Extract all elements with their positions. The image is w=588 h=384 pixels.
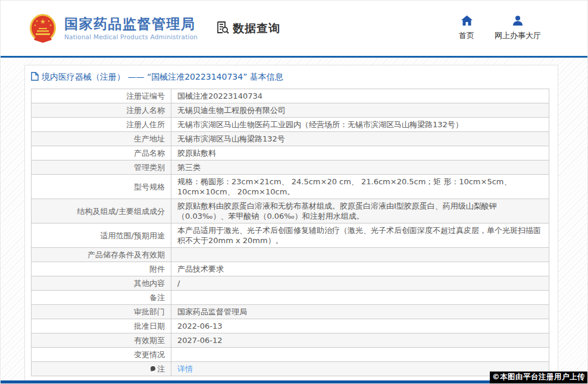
table-row: 生产地址 无锡市滨湖区马山梅梁路132号 <box>32 132 549 146</box>
row-label: 型号规格 <box>32 175 171 199</box>
svg-text:★: ★ <box>36 19 39 23</box>
row-label: 变更情况 <box>32 348 171 362</box>
home-icon <box>461 15 473 28</box>
table-row: 批准日期 2022-06-13 <box>32 319 549 333</box>
breadcrumb-text: 境内医疗器械（注册） —— “国械注准20223140734” 基本信息 <box>42 72 283 83</box>
top-nav: 首页 网上办事大厅 <box>459 15 541 41</box>
note-label: 注 <box>157 364 165 373</box>
nav-service-hall-label: 网上办事大厅 <box>495 30 541 41</box>
svg-text:★: ★ <box>40 18 46 26</box>
document-icon <box>31 72 39 83</box>
info-table: 注册证编号 国械注准20223140734 注册人名称 无锡贝迪生物工程股份有限… <box>31 89 549 376</box>
nmpa-logo[interactable]: ★ ★ ★ ★ ★ 国家药品监督管理局 National Medical Pro… <box>29 14 198 43</box>
table-row: 注册人名称 无锡贝迪生物工程股份有限公司 <box>32 103 549 118</box>
row-label: 备注 <box>32 291 171 305</box>
nav-service-hall[interactable]: 网上办事大厅 <box>495 15 541 41</box>
table-row: 型号规格 规格：椭圆形：23cm×21cm、 24.5cm×20 cm、 21.… <box>32 175 549 199</box>
nav-home[interactable]: 首页 <box>459 15 474 41</box>
data-query-label: 数据查询 <box>233 21 280 36</box>
row-label: 注 <box>32 362 171 376</box>
row-label: 注册人名称 <box>32 103 171 118</box>
row-value: 国家药品监督管理局 <box>171 305 549 319</box>
page: ★ ★ ★ ★ ★ 国家药品监督管理局 National Medical Pro… <box>0 0 588 384</box>
row-label: 产品储存条件及有效期 <box>32 248 171 262</box>
row-label: 有效期至 <box>32 333 171 348</box>
table-row: 适用范围/预期用途 本产品适用于激光、光子术后创面修复辅助治疗（激光、光子术后创… <box>32 224 549 248</box>
row-label: 生产地址 <box>32 132 171 146</box>
row-value: 国械注准20223140734 <box>171 89 549 103</box>
doc-search-icon <box>215 20 233 37</box>
row-value: 2022-06-13 <box>171 319 549 333</box>
row-label: 结构及组成/主要组成成分 <box>32 199 171 224</box>
row-label: 注册人住所 <box>32 118 171 132</box>
row-value <box>171 291 549 305</box>
row-value: 本产品适用于激光、光子术后创面修复辅助治疗（激光、光子术后创面深度不超过真皮层，… <box>171 224 549 248</box>
row-label: 其他内容 <box>32 276 171 291</box>
table-row: 有效期至 2027-06-12 <box>32 333 549 348</box>
detail-link[interactable]: 详情 <box>177 364 193 373</box>
svg-text:★: ★ <box>48 19 51 23</box>
national-emblem-icon: ★ ★ ★ ★ ★ <box>29 14 57 43</box>
table-row: 产品名称 胶原贴敷料 <box>32 146 549 160</box>
row-value: 产品技术要求 <box>171 262 549 276</box>
row-value: 第三类 <box>171 160 549 175</box>
main-area: 境内医疗器械（注册） —— “国械注准20223140734” 基本信息 注册证… <box>1 58 587 382</box>
nav-home-label: 首页 <box>459 30 474 41</box>
row-value: 2027-06-12 <box>171 333 549 348</box>
row-value: 无锡贝迪生物工程股份有限公司 <box>171 103 549 118</box>
org-name-en: National Medical Products Administration <box>64 33 198 40</box>
table-row: 产品储存条件及有效期 <box>32 248 549 262</box>
row-value <box>171 348 549 362</box>
row-value: / <box>171 276 549 291</box>
row-value: 无锡市滨湖区马山梅梁路132号 <box>171 132 549 146</box>
row-value: 胶原贴敷料由胶原蛋白溶液和无纺布基材组成。胶原蛋白溶液由I型胶原蛋白、药用级山梨… <box>171 199 549 224</box>
row-label: 注册证编号 <box>32 89 171 103</box>
svg-text:★: ★ <box>49 23 52 27</box>
row-label: 管理类别 <box>32 160 171 175</box>
breadcrumb: 境内医疗器械（注册） —— “国械注准20223140734” 基本信息 <box>31 65 549 89</box>
pin-icon <box>150 366 155 371</box>
row-value: 胶原贴敷料 <box>171 146 549 160</box>
svg-text:★: ★ <box>34 23 37 27</box>
row-value <box>171 248 549 262</box>
row-value: 规格：椭圆形：23cm×21cm、 24.5cm×20 cm、 21.6cm×2… <box>171 175 549 199</box>
table-row: 备注 <box>32 291 549 305</box>
table-row: 变更情况 <box>32 348 549 362</box>
site-header: ★ ★ ★ ★ ★ 国家药品监督管理局 National Medical Pro… <box>1 1 587 56</box>
table-row: 附件 产品技术要求 <box>32 262 549 276</box>
watermark: ©本图由平台注册用户上传 <box>490 372 587 383</box>
row-label: 审批部门 <box>32 305 171 319</box>
row-label: 附件 <box>32 262 171 276</box>
row-label: 产品名称 <box>32 146 171 160</box>
table-row: 结构及组成/主要组成成分 胶原贴敷料由胶原蛋白溶液和无纺布基材组成。胶原蛋白溶液… <box>32 199 549 224</box>
table-row: 管理类别 第三类 <box>32 160 549 175</box>
table-row: 注 详情 <box>32 362 549 376</box>
table-row: 审批部门 国家药品监督管理局 <box>32 305 549 319</box>
row-label: 适用范围/预期用途 <box>32 224 171 248</box>
detail-panel: 境内医疗器械（注册） —— “国械注准20223140734” 基本信息 注册证… <box>24 65 558 383</box>
table-row: 注册证编号 国械注准20223140734 <box>32 89 549 103</box>
org-name-cn: 国家药品监督管理局 <box>64 16 198 32</box>
row-value: 无锡市滨湖区马山生物医药工业园内（经营场所：无锡市滨湖区马山梅梁路132号） <box>171 118 549 132</box>
data-query-nav[interactable]: 数据查询 <box>215 20 280 37</box>
table-row: 注册人住所 无锡市滨湖区马山生物医药工业园内（经营场所：无锡市滨湖区马山梅梁路1… <box>32 118 549 132</box>
table-row: 其他内容 / <box>32 276 549 291</box>
user-icon <box>512 15 523 28</box>
row-label: 批准日期 <box>32 319 171 333</box>
